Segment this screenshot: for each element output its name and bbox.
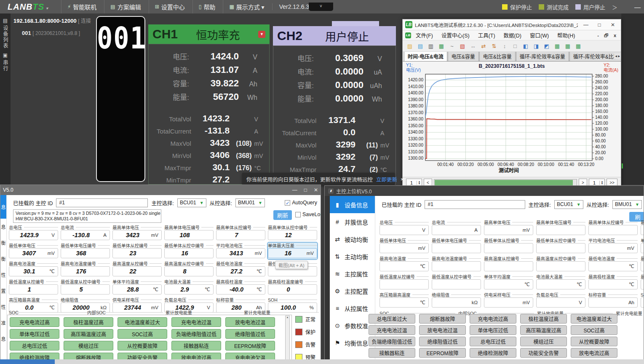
data-cell[interactable]: 最高单体电压 mV [484,219,533,236]
status-flag-button[interactable]: 从控概要故障 [571,337,617,346]
doc-close-button[interactable]: x [612,33,618,38]
menu-item[interactable]: 文件(F) [412,30,437,40]
sidebar-item[interactable]: ⚑ 均衡信息 [330,334,375,351]
toolbar-icon[interactable]: ◧ [521,42,530,50]
status-more-arrow[interactable]: ＞ [612,3,617,11]
data-cell[interactable]: 最高单体电压 3423mV [112,225,162,241]
toolbar-icon[interactable]: □ [510,42,520,50]
status-flag-button[interactable]: 绝缘阻值过低 [225,329,275,339]
menu-item[interactable]: 设置中心(S) [438,30,473,40]
status-flag-button[interactable]: 熔断器故障 [419,314,466,324]
data-cell[interactable]: 单体最大压差 mV [641,238,644,254]
sidebar-item[interactable]: ≡ 从控属性 [330,300,375,317]
toolbar-icon[interactable]: ▤ [416,42,425,50]
data-cell[interactable]: 最低单体从控中编号 [536,238,585,254]
chart-tab[interactable]: 循环-库伦效率&比容量 [569,52,621,61]
status-flag-button[interactable]: 负端绝缘阻值过低 [171,329,221,339]
status-flag-button[interactable]: 绝缘阻值过低 [419,337,466,346]
bmsR-titlebar[interactable]: ▮ 主控上位机V5.0 [325,186,644,196]
data-cell[interactable]: 总电流 A [432,219,481,236]
slave-select-dropdown[interactable]: BMU01▼ [612,200,642,209]
doc-minimize-button[interactable]: - [595,33,601,38]
bmsL-sidebar-tab[interactable]: 准 [0,315,6,331]
chart-tab[interactable]: 循环-库伦效率&容量 [516,52,569,61]
bmsL-sidebar-tab[interactable]: 息 [0,219,6,235]
status-flag-button[interactable]: 功能安全告警 [520,348,567,358]
topbar-menu-item[interactable]: ▤ 方案编辑 [104,0,147,13]
toolbar-icon[interactable]: ▧ [458,42,467,50]
slave-select-dropdown[interactable]: BMU01▼ [235,198,265,207]
status-flag-button[interactable]: 模组过压 [64,341,113,351]
minimize-icon[interactable]: — [634,3,641,11]
sidebar-item[interactable]: # 并簇信息 [330,213,375,230]
toolbar-icon[interactable]: ↔ [468,42,478,50]
toolbar-icon[interactable]: ▦ [574,42,583,50]
status-flag-button[interactable]: 绝缘检测故障 [470,348,516,358]
left-rail-tab[interactable]: ▤ 设备列表 [2,18,9,49]
topbar-menu-item[interactable]: ⊞ 设置中心 [149,0,191,13]
status-flag-button[interactable]: 充电电流过高 [470,314,516,324]
data-cell[interactable]: 最高极柱温度编号 [641,274,644,290]
status-flag-button[interactable]: 电池温度差过大 [118,317,167,327]
status-flag-button[interactable]: 单体电压过低 [10,329,59,339]
channel-panel-ch2[interactable]: CH2 用户停止 电压: 0.3069 V 电流: 0.0000 uA 容量: … [273,13,396,185]
tab-scroll-arrows[interactable]: ◂ ▸ [614,53,621,59]
data-cell[interactable]: 最低单体电压 3407mV [9,243,58,259]
data-cell[interactable]: 最高极柱温度 ℃ [588,274,638,290]
topbar-collapse-tab[interactable]: ˅ [309,3,333,11]
data-cell[interactable]: 电池最大温差 ℃ [536,274,585,290]
data-cell[interactable]: 最低电池温度编号 [641,256,644,272]
sidebar-item[interactable]: ▮ 设备信息 [330,196,375,213]
data-cell[interactable]: 最高电池温度编号 [432,256,481,272]
status-flag-button[interactable]: 总电压差过大 [369,314,415,324]
data-cell[interactable]: 总电压 1423.9V [9,225,58,241]
data-cell[interactable]: 最低温度从控中编号 [432,274,481,290]
taskbar-strip[interactable] [0,359,644,364]
chart-window-titlebar[interactable]: LB LANBTS电池测试系统2.12.6.30 - [C:\Users\LAN… [403,19,621,30]
toolbar-icon[interactable]: ◨ [532,42,541,50]
topbar-menu-item[interactable]: ⚡ 智能联机 [61,0,102,13]
data-cell[interactable]: SOH % [641,292,644,308]
update-now-link[interactable]: 立即更新 [376,175,397,183]
bmsL-minimize-button[interactable]: — [292,187,297,193]
taskbar-active-item[interactable] [0,359,55,364]
master-select-dropdown[interactable]: BCU01▼ [177,198,206,207]
mounted-id-input[interactable]: #1 [56,198,148,207]
notification-close-icon[interactable]: × [401,176,404,182]
chart-tab[interactable]: 电压&比容量 [479,52,516,61]
refresh-button[interactable]: 刷新 [273,210,292,220]
savelog-checkbox[interactable]: SaveLog [295,211,321,217]
sidebar-item[interactable]: ≋ 主控属性 [330,265,375,282]
status-flag-button[interactable]: 放电电流过高 [571,348,617,358]
data-cell[interactable]: 总电流 -130.8A [61,225,110,241]
status-flag-button[interactable]: EEPROM故障 [419,348,466,358]
data-cell[interactable]: 高压箱最高温度 ℃ [379,292,429,308]
status-flag-button[interactable]: 高压箱温度过高 [64,329,113,339]
status-flag-button[interactable]: SOC过高 [118,329,167,339]
toolbar-icon[interactable]: ◩ [542,42,551,50]
toolbar-icon[interactable]: ⇅ [489,42,499,50]
data-cell[interactable]: 最低单体电压编号 368 [61,243,110,259]
channel-panel-ch1[interactable]: CH1 恒功率充 ▼ 电压: 1424.0 V 电流: 131.07 A 容量:… [148,13,270,185]
bmsL-sidebar-tab[interactable]: 性 [0,267,6,283]
status-flag-button[interactable]: 高压箱温度过高 [520,325,567,335]
mounted-id-input[interactable]: #1 [425,200,525,209]
toolbar-icon[interactable]: ~ [447,42,457,50]
status-flag-button[interactable]: 总电压过低 [470,337,516,346]
data-cell[interactable]: 绝缘阻值 kΩ [432,292,481,308]
chart-scrollbar-thumb[interactable] [435,180,573,185]
status-flag-button[interactable]: 极柱温度过高 [520,314,567,324]
status-flag-button[interactable]: 充电电池过温 [171,317,221,327]
bmsL-sidebar-tab[interactable]: 置 [0,283,6,299]
data-cell[interactable]: 最高单体电压编号 [536,219,585,236]
toolbar-icon[interactable]: ⇄ [479,42,488,50]
toolbar-icon[interactable]: ▦ [563,42,572,50]
left-rail-tab[interactable]: ▣ 串行 [2,52,9,72]
data-cell[interactable]: 最低温度从控中编号 5 [61,279,110,295]
menu-item[interactable]: 数据(D) [500,30,525,40]
chart-tab[interactable]: 电压&容量 [448,52,479,61]
data-cell[interactable]: 最高单体电压编号 108 [164,225,214,241]
bmsL-titlebar[interactable]: V5.0 — □ ✕ [0,185,321,195]
data-cell[interactable]: 负载总电压 V [536,292,585,308]
bmsL-close-button[interactable]: ✕ [314,187,318,193]
